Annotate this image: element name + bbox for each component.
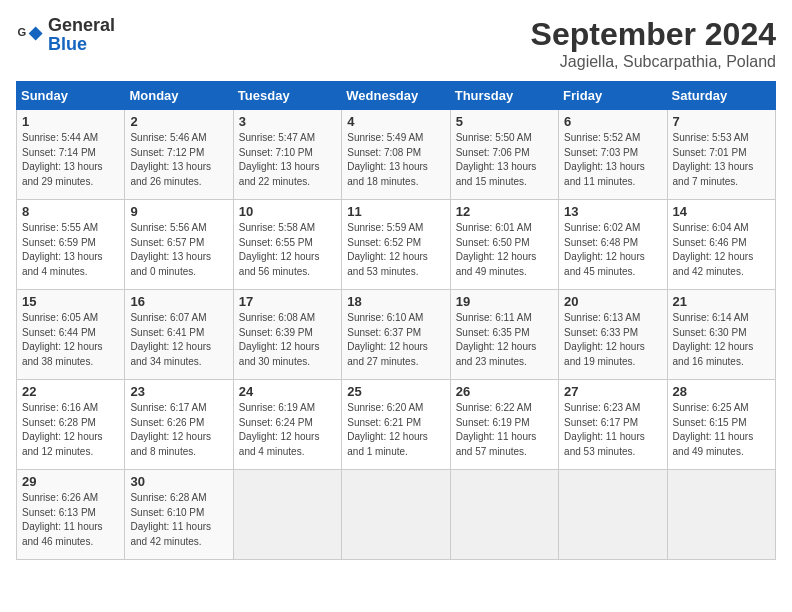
calendar-cell: 1Sunrise: 5:44 AM Sunset: 7:14 PM Daylig… bbox=[17, 110, 125, 200]
title-area: September 2024 Jagiella, Subcarpathia, P… bbox=[531, 16, 776, 71]
logo-icon: G bbox=[16, 21, 44, 49]
calendar-cell: 16Sunrise: 6:07 AM Sunset: 6:41 PM Dayli… bbox=[125, 290, 233, 380]
day-number: 28 bbox=[673, 384, 770, 399]
day-number: 11 bbox=[347, 204, 444, 219]
day-number: 16 bbox=[130, 294, 227, 309]
day-number: 19 bbox=[456, 294, 553, 309]
calendar-cell: 9Sunrise: 5:56 AM Sunset: 6:57 PM Daylig… bbox=[125, 200, 233, 290]
day-number: 3 bbox=[239, 114, 336, 129]
calendar-cell bbox=[233, 470, 341, 560]
calendar-cell: 10Sunrise: 5:58 AM Sunset: 6:55 PM Dayli… bbox=[233, 200, 341, 290]
day-content: Sunrise: 6:11 AM Sunset: 6:35 PM Dayligh… bbox=[456, 311, 553, 369]
day-content: Sunrise: 6:08 AM Sunset: 6:39 PM Dayligh… bbox=[239, 311, 336, 369]
calendar-cell: 30Sunrise: 6:28 AM Sunset: 6:10 PM Dayli… bbox=[125, 470, 233, 560]
day-content: Sunrise: 5:47 AM Sunset: 7:10 PM Dayligh… bbox=[239, 131, 336, 189]
day-number: 2 bbox=[130, 114, 227, 129]
calendar-cell: 14Sunrise: 6:04 AM Sunset: 6:46 PM Dayli… bbox=[667, 200, 775, 290]
calendar-cell: 23Sunrise: 6:17 AM Sunset: 6:26 PM Dayli… bbox=[125, 380, 233, 470]
calendar-week-row: 8Sunrise: 5:55 AM Sunset: 6:59 PM Daylig… bbox=[17, 200, 776, 290]
calendar-week-row: 22Sunrise: 6:16 AM Sunset: 6:28 PM Dayli… bbox=[17, 380, 776, 470]
logo: G General Blue bbox=[16, 16, 115, 54]
calendar-cell bbox=[342, 470, 450, 560]
day-content: Sunrise: 5:53 AM Sunset: 7:01 PM Dayligh… bbox=[673, 131, 770, 189]
day-content: Sunrise: 5:49 AM Sunset: 7:08 PM Dayligh… bbox=[347, 131, 444, 189]
day-number: 30 bbox=[130, 474, 227, 489]
day-number: 20 bbox=[564, 294, 661, 309]
day-number: 9 bbox=[130, 204, 227, 219]
day-number: 18 bbox=[347, 294, 444, 309]
calendar-cell: 2Sunrise: 5:46 AM Sunset: 7:12 PM Daylig… bbox=[125, 110, 233, 200]
day-content: Sunrise: 6:20 AM Sunset: 6:21 PM Dayligh… bbox=[347, 401, 444, 459]
calendar-week-row: 15Sunrise: 6:05 AM Sunset: 6:44 PM Dayli… bbox=[17, 290, 776, 380]
day-header-friday: Friday bbox=[559, 82, 667, 110]
calendar-cell: 4Sunrise: 5:49 AM Sunset: 7:08 PM Daylig… bbox=[342, 110, 450, 200]
month-title: September 2024 bbox=[531, 16, 776, 53]
day-content: Sunrise: 5:56 AM Sunset: 6:57 PM Dayligh… bbox=[130, 221, 227, 279]
day-content: Sunrise: 5:58 AM Sunset: 6:55 PM Dayligh… bbox=[239, 221, 336, 279]
day-number: 10 bbox=[239, 204, 336, 219]
day-number: 6 bbox=[564, 114, 661, 129]
calendar-week-row: 29Sunrise: 6:26 AM Sunset: 6:13 PM Dayli… bbox=[17, 470, 776, 560]
day-content: Sunrise: 6:22 AM Sunset: 6:19 PM Dayligh… bbox=[456, 401, 553, 459]
day-number: 24 bbox=[239, 384, 336, 399]
day-header-monday: Monday bbox=[125, 82, 233, 110]
calendar-cell bbox=[667, 470, 775, 560]
day-number: 13 bbox=[564, 204, 661, 219]
day-content: Sunrise: 6:17 AM Sunset: 6:26 PM Dayligh… bbox=[130, 401, 227, 459]
day-content: Sunrise: 6:19 AM Sunset: 6:24 PM Dayligh… bbox=[239, 401, 336, 459]
calendar-cell: 26Sunrise: 6:22 AM Sunset: 6:19 PM Dayli… bbox=[450, 380, 558, 470]
day-content: Sunrise: 6:23 AM Sunset: 6:17 PM Dayligh… bbox=[564, 401, 661, 459]
day-content: Sunrise: 6:16 AM Sunset: 6:28 PM Dayligh… bbox=[22, 401, 119, 459]
logo-blue-text: Blue bbox=[48, 34, 87, 54]
day-header-tuesday: Tuesday bbox=[233, 82, 341, 110]
logo-general-text: General bbox=[48, 15, 115, 35]
calendar-cell: 7Sunrise: 5:53 AM Sunset: 7:01 PM Daylig… bbox=[667, 110, 775, 200]
calendar-cell: 24Sunrise: 6:19 AM Sunset: 6:24 PM Dayli… bbox=[233, 380, 341, 470]
day-content: Sunrise: 6:04 AM Sunset: 6:46 PM Dayligh… bbox=[673, 221, 770, 279]
day-number: 23 bbox=[130, 384, 227, 399]
calendar-cell: 3Sunrise: 5:47 AM Sunset: 7:10 PM Daylig… bbox=[233, 110, 341, 200]
day-content: Sunrise: 5:55 AM Sunset: 6:59 PM Dayligh… bbox=[22, 221, 119, 279]
calendar-cell: 28Sunrise: 6:25 AM Sunset: 6:15 PM Dayli… bbox=[667, 380, 775, 470]
days-header-row: SundayMondayTuesdayWednesdayThursdayFrid… bbox=[17, 82, 776, 110]
calendar-cell: 5Sunrise: 5:50 AM Sunset: 7:06 PM Daylig… bbox=[450, 110, 558, 200]
day-content: Sunrise: 5:50 AM Sunset: 7:06 PM Dayligh… bbox=[456, 131, 553, 189]
day-content: Sunrise: 6:28 AM Sunset: 6:10 PM Dayligh… bbox=[130, 491, 227, 549]
day-number: 26 bbox=[456, 384, 553, 399]
day-content: Sunrise: 5:52 AM Sunset: 7:03 PM Dayligh… bbox=[564, 131, 661, 189]
day-number: 7 bbox=[673, 114, 770, 129]
day-number: 8 bbox=[22, 204, 119, 219]
calendar-cell: 17Sunrise: 6:08 AM Sunset: 6:39 PM Dayli… bbox=[233, 290, 341, 380]
day-number: 29 bbox=[22, 474, 119, 489]
day-number: 12 bbox=[456, 204, 553, 219]
calendar-cell bbox=[559, 470, 667, 560]
day-content: Sunrise: 6:07 AM Sunset: 6:41 PM Dayligh… bbox=[130, 311, 227, 369]
day-content: Sunrise: 5:59 AM Sunset: 6:52 PM Dayligh… bbox=[347, 221, 444, 279]
day-content: Sunrise: 6:05 AM Sunset: 6:44 PM Dayligh… bbox=[22, 311, 119, 369]
calendar-week-row: 1Sunrise: 5:44 AM Sunset: 7:14 PM Daylig… bbox=[17, 110, 776, 200]
day-header-thursday: Thursday bbox=[450, 82, 558, 110]
calendar-cell: 11Sunrise: 5:59 AM Sunset: 6:52 PM Dayli… bbox=[342, 200, 450, 290]
day-content: Sunrise: 5:44 AM Sunset: 7:14 PM Dayligh… bbox=[22, 131, 119, 189]
day-number: 21 bbox=[673, 294, 770, 309]
day-content: Sunrise: 6:01 AM Sunset: 6:50 PM Dayligh… bbox=[456, 221, 553, 279]
calendar-cell: 20Sunrise: 6:13 AM Sunset: 6:33 PM Dayli… bbox=[559, 290, 667, 380]
calendar-cell: 19Sunrise: 6:11 AM Sunset: 6:35 PM Dayli… bbox=[450, 290, 558, 380]
calendar-cell: 27Sunrise: 6:23 AM Sunset: 6:17 PM Dayli… bbox=[559, 380, 667, 470]
day-content: Sunrise: 6:13 AM Sunset: 6:33 PM Dayligh… bbox=[564, 311, 661, 369]
day-number: 22 bbox=[22, 384, 119, 399]
day-number: 4 bbox=[347, 114, 444, 129]
day-header-saturday: Saturday bbox=[667, 82, 775, 110]
day-number: 1 bbox=[22, 114, 119, 129]
calendar-cell: 6Sunrise: 5:52 AM Sunset: 7:03 PM Daylig… bbox=[559, 110, 667, 200]
day-number: 5 bbox=[456, 114, 553, 129]
calendar-cell: 21Sunrise: 6:14 AM Sunset: 6:30 PM Dayli… bbox=[667, 290, 775, 380]
day-content: Sunrise: 5:46 AM Sunset: 7:12 PM Dayligh… bbox=[130, 131, 227, 189]
day-number: 27 bbox=[564, 384, 661, 399]
svg-text:G: G bbox=[17, 26, 26, 38]
calendar-cell: 8Sunrise: 5:55 AM Sunset: 6:59 PM Daylig… bbox=[17, 200, 125, 290]
day-content: Sunrise: 6:26 AM Sunset: 6:13 PM Dayligh… bbox=[22, 491, 119, 549]
day-header-sunday: Sunday bbox=[17, 82, 125, 110]
calendar-table: SundayMondayTuesdayWednesdayThursdayFrid… bbox=[16, 81, 776, 560]
calendar-cell: 22Sunrise: 6:16 AM Sunset: 6:28 PM Dayli… bbox=[17, 380, 125, 470]
